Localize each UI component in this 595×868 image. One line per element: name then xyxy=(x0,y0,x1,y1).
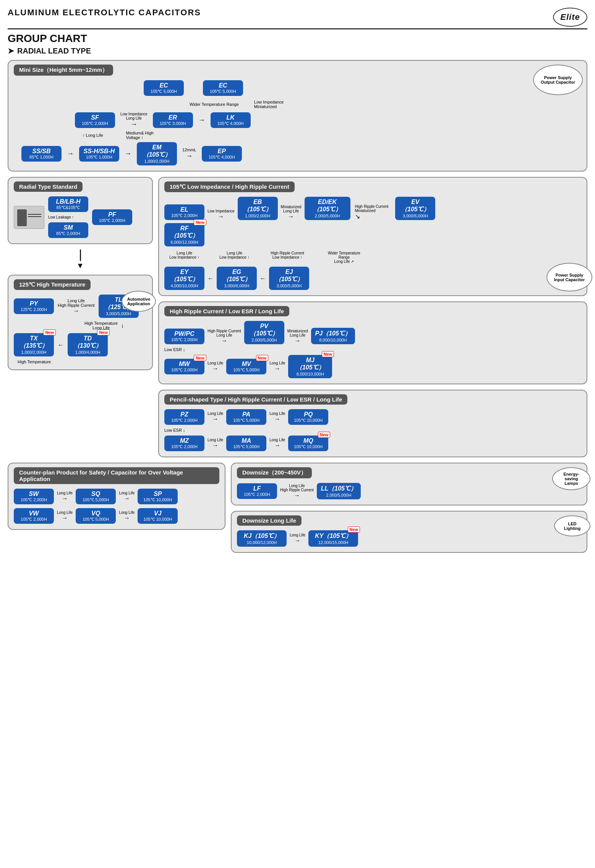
cap-ll: LL（105℃） 2,000/5,000H xyxy=(317,483,361,499)
left-column: Radial Type Standard LB/LB-H 85℃&105℃ Lo… xyxy=(8,177,153,457)
cap-ev: EV（105℃） 3,000/6,000H xyxy=(395,197,435,220)
cap-mq: MQ 105℃ 10,000H xyxy=(288,436,328,451)
cap-sw: SW 105℃ 2,000H xyxy=(14,489,54,504)
new-badge-mw: New xyxy=(194,355,206,361)
cap-mv: MV 105℃ 5,000H xyxy=(226,359,266,374)
new-badge-tx: New xyxy=(43,329,56,335)
header: ALUMINUM ELECTROLYTIC CAPACITORS Elite xyxy=(8,8,587,29)
downsize-section: Downsize（200~450V） Energy-saving Lamps L… xyxy=(231,463,587,505)
cap-vq: VQ 105℃ 5,000H xyxy=(76,508,116,524)
cap-sm: SM 85℃ 2,000H xyxy=(48,222,88,238)
subtitle: GROUP CHART xyxy=(8,32,587,45)
cap-pz: PZ 105℃ 2,000H xyxy=(164,409,204,425)
cap-pv: PV（105℃） 2,000/5,000H xyxy=(244,321,284,344)
cap-lf: LF 105℃ 2,000H xyxy=(237,483,277,499)
cap-el: EL 105℃ 2,000H xyxy=(164,204,204,220)
capacitor-image xyxy=(14,206,44,229)
counter-plan-title: Counter-plan Product for Safety / Capaci… xyxy=(14,467,219,484)
cap-pwpc: PW/PC 105℃ 2,000H xyxy=(164,329,204,344)
right-column: 105℃ Low Impedance / High Ripple Current… xyxy=(158,177,587,457)
cap-eg: EG（105℃） 3,000/6,000H xyxy=(217,267,257,290)
pencil-section: Pencil-shaped Type / High Ripple Current… xyxy=(158,390,587,457)
new-badge-mv: New xyxy=(256,355,269,361)
cap-py: PY 125℃ 2,000H xyxy=(14,298,54,314)
cap-mj: MJ（105℃） 8,000/10,000H xyxy=(288,355,332,378)
cap-eh: EC 105℃ 5,000H xyxy=(144,80,184,96)
counter-plan-section: Counter-plan Product for Safety / Capaci… xyxy=(8,463,225,530)
high-temp-title: 125℃ High Temperature xyxy=(14,279,91,290)
low-impedance-section: 105℃ Low Impedance / High Ripple Current… xyxy=(158,177,587,296)
automotive-callout: Automotive Application xyxy=(122,291,156,312)
bottom-sections: Counter-plan Product for Safety / Capaci… xyxy=(8,463,587,553)
cap-ec: EC 105℃ 5,000H xyxy=(203,80,243,96)
led-lighting-callout: LED Lighting xyxy=(554,515,590,536)
logo: Elite xyxy=(553,8,587,27)
cap-ky: KY（105℃） 12,000/15,000H xyxy=(308,530,358,547)
cap-vw: VW 105℃ 2,000H xyxy=(14,508,54,524)
high-temp-section: 125℃ High Temperature Automotive Applica… xyxy=(8,275,153,370)
new-badge-rf: New xyxy=(194,219,206,225)
cap-lk: LK 105℃ 4,000H xyxy=(211,112,251,128)
downsize-title: Downsize（200~450V） xyxy=(237,467,312,478)
new-badge-mj: New xyxy=(322,351,334,357)
new-badge-ky: New xyxy=(348,526,360,533)
down-arrow-left: ▼ xyxy=(8,249,153,269)
new-badge-td: New xyxy=(97,329,110,335)
cap-tx: TX（135℃） 1,000/2,000H xyxy=(14,333,54,356)
cap-sshsbh: SS-H/SB-H 105℃ 1,000H xyxy=(79,146,119,162)
low-impedance-title: 105℃ Low Impedance / High Ripple Current xyxy=(164,181,295,192)
page-title: ALUMINUM ELECTROLYTIC CAPACITORS xyxy=(8,8,201,18)
pencil-title: Pencil-shaped Type / High Ripple Current… xyxy=(164,394,347,405)
cap-mz: MZ 105℃ 2,000H xyxy=(164,436,204,451)
cap-vj: VJ 105℃ 10,000H xyxy=(138,508,178,524)
cap-pq: PQ 105℃ 10,000H xyxy=(288,409,328,425)
mini-size-title: Mini Size（Height 5mm~12mm） xyxy=(14,65,113,76)
radial-standard-section: Radial Type Standard LB/LB-H 85℃&105℃ Lo… xyxy=(8,177,153,244)
cap-ey: EY（105℃） 4,000/10,000H xyxy=(164,267,204,290)
energy-saving-callout: Energy-saving Lamps xyxy=(552,467,590,490)
cap-lblbh: LB/LB-H 85℃&105℃ xyxy=(48,196,88,212)
cap-ma: MA 105℃ 5,000H xyxy=(226,436,266,451)
downsize-long-life-section: Downsize Long Life LED Lighting KJ（105℃）… xyxy=(231,511,587,553)
cap-eb: EB（105℃） 1,000/2,000H xyxy=(238,197,278,220)
cap-sssb: SS/SB 85℃ 1,000H xyxy=(21,146,62,162)
cap-mw: MW 105℃ 2,000H xyxy=(164,359,204,374)
cap-pj: PJ（105℃） 8,000/10,000H xyxy=(311,328,355,344)
arrow-icon: ➤ xyxy=(8,46,14,55)
high-ripple-section: High Ripple Current / Low ESR / Long Lif… xyxy=(158,301,587,384)
main-layout: Radial Type Standard LB/LB-H 85℃&105℃ Lo… xyxy=(8,177,587,457)
cap-rf: RF（105℃） 6,000/12,000H xyxy=(164,223,204,246)
cap-ej: EJ（105℃） 3,000/5,000H xyxy=(269,267,309,290)
cap-sq: SQ 105℃ 5,000H xyxy=(76,489,116,504)
cap-er: ER 105℃ 3,000H xyxy=(153,112,193,128)
mini-size-section: Mini Size（Height 5mm~12mm） EC 105℃ 5,000… xyxy=(8,60,587,172)
downsize-long-life-title: Downsize Long Life xyxy=(237,515,302,526)
cap-pa: PA 105℃ 5,000H xyxy=(226,409,266,425)
cap-em: EM（105℃） 1,000/2,000H xyxy=(137,142,177,165)
power-supply-input-callout: Power Supply Input Capacitor xyxy=(546,263,592,291)
cap-ep: EP 105℃ 4,000H xyxy=(202,146,242,162)
cap-pf: PF 105℃ 2,000H xyxy=(92,209,132,225)
radial-standard-title: Radial Type Standard xyxy=(14,181,83,192)
cap-kj: KJ（105℃） 10,000/12,000H xyxy=(237,530,287,547)
high-ripple-title: High Ripple Current / Low ESR / Long Lif… xyxy=(164,306,289,316)
cap-td: TD（130℃） 1,000/4,000H xyxy=(68,333,108,356)
radial-title: ➤ RADIAL LEAD TYPE xyxy=(8,46,587,55)
cap-sf: SF 105℃ 2,000H xyxy=(75,112,115,128)
power-supply-output-callout: Power Supply Output Capacitor xyxy=(533,65,583,95)
cap-edek: ED/EK（105℃） 2,000/5,000H xyxy=(305,197,350,220)
new-badge-mq: New xyxy=(318,432,331,438)
cap-sp: SP 105℃ 10,000H xyxy=(138,489,178,504)
